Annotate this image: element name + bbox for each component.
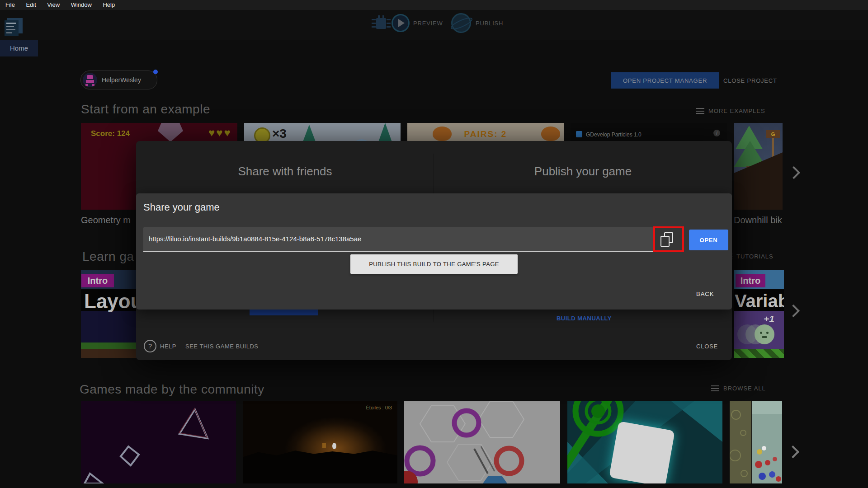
help-icon[interactable]: ? bbox=[144, 340, 156, 352]
character bbox=[332, 443, 336, 449]
user-chip[interactable]: HelperWesley bbox=[80, 70, 157, 89]
menu-edit[interactable]: Edit bbox=[21, 0, 40, 9]
close-dialog-button[interactable]: CLOSE bbox=[696, 343, 718, 350]
help-glyph: ? bbox=[148, 342, 152, 350]
help-link[interactable]: HELP bbox=[160, 343, 176, 350]
community-title: Games made by the community bbox=[80, 382, 264, 397]
sign-flag: G bbox=[766, 130, 780, 138]
debug-icon[interactable] bbox=[372, 15, 391, 31]
community-card-shapes[interactable] bbox=[81, 401, 236, 483]
open-url-button[interactable]: OPEN bbox=[689, 230, 728, 250]
tab-share-with-friends[interactable]: Share with friends bbox=[136, 164, 434, 178]
close-project-button[interactable]: CLOSE PROJECT bbox=[723, 72, 777, 89]
examples-title: Start from an example bbox=[81, 102, 210, 117]
pairs-text: PAIRS: 2 bbox=[407, 129, 564, 139]
build-manually-label: BUILD MANUALLY bbox=[557, 315, 612, 322]
list-icon bbox=[711, 385, 719, 391]
example-label-downhill: Downhill bik bbox=[734, 215, 782, 225]
copy-button[interactable] bbox=[660, 232, 673, 247]
menu-help[interactable]: Help bbox=[98, 0, 119, 9]
share-result-panel: Share your game https://liluo.io/instant… bbox=[136, 193, 732, 310]
learn-next-chevron[interactable] bbox=[787, 305, 800, 317]
community-card-molecules[interactable] bbox=[730, 401, 782, 483]
pentagon-shape bbox=[158, 123, 183, 142]
preview-label: PREVIEW bbox=[413, 20, 443, 27]
tab-home[interactable]: Home bbox=[0, 40, 38, 56]
menu-bar: File Edit View Window Help bbox=[0, 0, 868, 10]
tab-share-label: Share with friends bbox=[238, 164, 332, 178]
tab-publish-your-game[interactable]: Publish your game bbox=[434, 164, 732, 178]
doc-front bbox=[5, 20, 19, 36]
plus-one: +1 bbox=[764, 314, 774, 324]
publish-button[interactable]: PUBLISH bbox=[451, 13, 514, 33]
open-project-manager-label: OPEN PROJECT MANAGER bbox=[623, 77, 707, 84]
examples-next-chevron[interactable] bbox=[788, 166, 800, 179]
ghost-character bbox=[755, 324, 774, 344]
particles-title: GDevelop Particles 1.0 bbox=[586, 131, 642, 138]
menu-view[interactable]: View bbox=[42, 0, 64, 9]
community-next-chevron[interactable] bbox=[787, 446, 799, 458]
publish-build-label: PUBLISH THIS BUILD TO THE GAME'S PAGE bbox=[369, 261, 499, 267]
tutorials-label: TUTORIALS bbox=[736, 253, 774, 260]
preview-button[interactable]: PREVIEW bbox=[392, 14, 450, 32]
browse-all-label: BROWSE ALL bbox=[723, 385, 766, 392]
zigzag-ground bbox=[734, 349, 784, 358]
build-manually-link[interactable]: BUILD MANUALLY bbox=[521, 314, 647, 322]
intro-badge: Intro bbox=[736, 274, 765, 287]
community-card-night[interactable]: Étoiles : 0/3 bbox=[243, 401, 397, 483]
layout-word: Layou bbox=[84, 290, 143, 313]
menu-window[interactable]: Window bbox=[66, 0, 96, 9]
see-builds-link[interactable]: SEE THIS GAME BUILDS bbox=[185, 343, 258, 350]
gdevelop-logo bbox=[576, 131, 582, 137]
info-icon: i bbox=[713, 130, 720, 136]
publish-globe-icon bbox=[451, 13, 471, 33]
molecule-graphics bbox=[730, 401, 782, 483]
project-manager-icon[interactable] bbox=[5, 18, 24, 37]
generate-link-button-dimmed bbox=[250, 310, 318, 315]
share-url-value: https://liluo.io/instant-builds/9b1a0884… bbox=[149, 235, 361, 243]
example-card-downhill[interactable]: G bbox=[734, 123, 783, 210]
coin-multiplier: ×3 bbox=[272, 127, 287, 141]
triangle-graphics bbox=[81, 401, 236, 483]
share-url-field[interactable]: https://liluo.io/instant-builds/9b1a0884… bbox=[143, 227, 653, 252]
lantern bbox=[322, 443, 326, 448]
example-label-geometry: Geometry m bbox=[81, 215, 131, 225]
back-button[interactable]: BACK bbox=[696, 291, 714, 297]
learn-title: Learn ga bbox=[82, 249, 134, 264]
stars-caption: Étoiles : 0/3 bbox=[366, 405, 392, 410]
username: HelperWesley bbox=[102, 76, 141, 84]
hexagon-graphics bbox=[404, 401, 560, 483]
avatar bbox=[83, 73, 97, 87]
white-square bbox=[609, 421, 675, 483]
variables-word: Variab bbox=[735, 291, 784, 311]
close-project-label: CLOSE PROJECT bbox=[723, 77, 777, 84]
community-card-teal[interactable] bbox=[567, 401, 722, 483]
publish-label: PUBLISH bbox=[476, 20, 503, 27]
learn-card-variables[interactable]: Intro Variab +1 bbox=[734, 270, 784, 358]
more-examples-button[interactable]: MORE EXAMPLES bbox=[696, 108, 765, 114]
open-project-manager-button[interactable]: OPEN PROJECT MANAGER bbox=[611, 72, 719, 89]
fish-left bbox=[433, 127, 452, 141]
intro-badge: Intro bbox=[81, 274, 114, 287]
menu-file[interactable]: File bbox=[1, 0, 19, 9]
dialog-actions-divider bbox=[136, 322, 732, 322]
publish-build-button[interactable]: PUBLISH THIS BUILD TO THE GAME'S PAGE bbox=[350, 254, 518, 274]
score-text: Score: 124 bbox=[91, 129, 130, 138]
copy-icon bbox=[660, 232, 673, 247]
tab-publish-label: Publish your game bbox=[534, 164, 632, 178]
community-card-hexagons[interactable] bbox=[404, 401, 560, 483]
hearts: ♥♥♥ bbox=[208, 127, 232, 139]
list-icon bbox=[696, 108, 704, 114]
browse-all-button[interactable]: BROWSE ALL bbox=[711, 385, 766, 392]
play-icon bbox=[392, 14, 410, 32]
tab-home-label: Home bbox=[10, 44, 28, 52]
panel-title: Share your game bbox=[143, 202, 220, 213]
open-url-label: OPEN bbox=[699, 237, 717, 244]
notification-dot bbox=[153, 70, 158, 74]
fish-right bbox=[541, 127, 560, 141]
more-examples-label: MORE EXAMPLES bbox=[708, 108, 765, 114]
